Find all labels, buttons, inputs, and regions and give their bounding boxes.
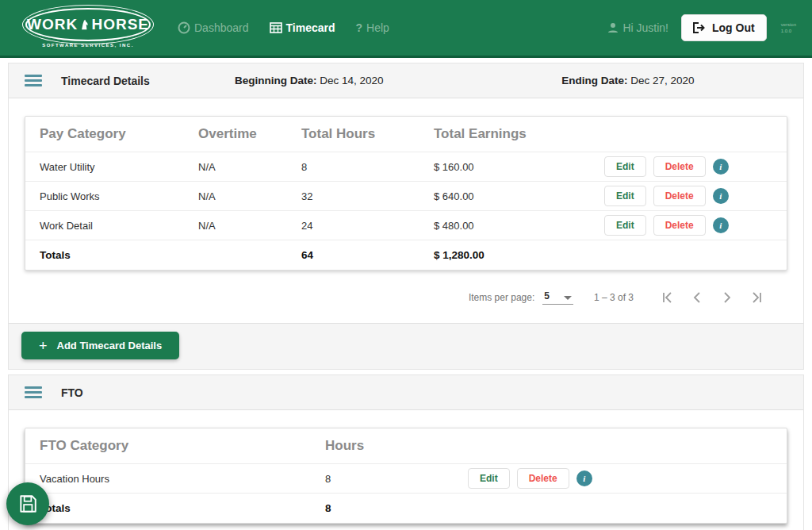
edit-button[interactable]: Edit [604,186,646,206]
page-root: WORK HORSE SOFTWARE SERVICES, INC. Dashb… [0,0,812,530]
items-per-page-select[interactable]: 5 [542,290,573,305]
delete-button[interactable]: Delete [653,156,706,177]
timecard-details-body: Pay Category Overtime Total Hours Total … [9,98,803,323]
pay-period-dates: Beginning Date: Dec 14, 2020 Ending Date… [150,75,787,86]
cell-total-earnings: $ 160.00 [434,161,604,173]
version-label: version [781,21,796,28]
fto-table: FTO Category Hours Vacation Hours 8 Edit… [25,428,787,524]
totals-row: Totals 64 $ 1,280.00 [25,240,787,270]
cell-overtime: N/A [198,190,301,202]
edit-button[interactable]: Edit [468,468,510,489]
table-row: Work Detail N/A 24 $ 480.00 Edit Delete … [25,210,787,240]
logout-label: Log Out [712,21,755,34]
cell-hours: 8 [325,473,468,485]
fto-section: FTO FTO Category Hours Vacation Hours 8 … [8,374,804,530]
info-icon[interactable]: i [713,188,729,204]
timecard-grid-icon [270,22,282,33]
ending-date-label: Ending Date: [561,75,627,86]
totals-label: Totals [40,502,325,514]
row-actions: Edit Delete i [468,468,772,489]
delete-button[interactable]: Delete [653,186,706,206]
add-timecard-details-button[interactable]: + Add Timecard Details [21,332,179,359]
beginning-date-value: Dec 14, 2020 [317,75,384,86]
logo-word-2: HORSE [91,16,149,33]
totals-hours: 8 [325,502,468,514]
info-icon[interactable]: i [713,217,729,233]
col-pay-category: Pay Category [40,126,198,142]
cell-total-hours: 8 [301,161,434,173]
info-icon[interactable]: i [576,470,592,486]
nav-dashboard[interactable]: Dashboard [178,21,249,34]
chevron-down-icon [564,296,572,300]
hamburger-menu-icon[interactable] [25,384,42,401]
fto-table-header-row: FTO Category Hours [25,428,787,463]
next-page-button[interactable] [716,286,738,309]
nav-help[interactable]: ? Help [356,21,389,34]
totals-earnings: $ 1,280.00 [434,249,604,261]
timecard-table: Pay Category Overtime Total Hours Total … [25,116,787,271]
pagination-controls [656,286,768,309]
cell-total-hours: 24 [301,220,434,232]
prev-page-button[interactable] [686,286,708,309]
nav-help-label: Help [366,21,389,34]
cell-total-earnings: $ 640.00 [434,190,604,202]
help-icon: ? [356,21,363,34]
user-greeting: Hi Justin! [607,21,668,34]
row-actions: Edit Delete i [604,215,772,236]
last-page-button[interactable] [746,286,768,309]
logo-oval: WORK HORSE [25,8,151,41]
nav-dashboard-label: Dashboard [194,21,249,34]
chevron-right-icon [721,291,733,304]
cell-pay-category: Work Detail [40,220,198,232]
items-per-page-value: 5 [544,290,550,301]
dashboard-icon [178,21,190,34]
topbar-right: Hi Justin! Log Out version 1.0.0 [607,14,796,41]
logout-button[interactable]: Log Out [681,14,767,41]
col-total-earnings: Total Earnings [434,126,604,142]
items-per-page-label: Items per page: [469,292,534,303]
first-page-icon [661,291,673,304]
version-number: 1.0.0 [781,28,796,34]
timecard-details-footer: + Add Timecard Details [9,323,803,369]
page-range: 1 – 3 of 3 [594,292,634,303]
info-icon[interactable]: i [713,159,729,175]
beginning-date-label: Beginning Date: [235,75,317,86]
edit-button[interactable]: Edit [604,156,646,177]
col-overtime: Overtime [198,126,301,142]
cell-overtime: N/A [198,161,301,173]
timecard-details-section: Timecard Details Beginning Date: Dec 14,… [8,63,804,370]
horse-head-icon [80,17,89,33]
row-actions: Edit Delete i [604,186,772,206]
totals-hours: 64 [301,249,434,261]
save-fab-button[interactable] [6,482,49,525]
beginning-date: Beginning Date: Dec 14, 2020 [150,75,469,86]
logo-tagline: SOFTWARE SERVICES, INC. [42,43,134,48]
hamburger-menu-icon[interactable] [25,72,42,89]
plus-icon: + [39,341,48,351]
cell-pay-category: Public Works [40,190,198,202]
delete-button[interactable]: Delete [653,215,706,236]
greeting-text: Hi Justin! [622,21,668,34]
fto-body: FTO Category Hours Vacation Hours 8 Edit… [9,410,803,530]
app-header: WORK HORSE SOFTWARE SERVICES, INC. Dashb… [0,0,812,58]
fto-pagination: Items per page: 5 1 – 1 of 1 [25,524,787,530]
timecard-pagination: Items per page: 5 1 – 3 of 3 [25,271,787,315]
delete-button[interactable]: Delete [517,468,569,489]
nav-timecard[interactable]: Timecard [270,21,335,34]
add-timecard-details-label: Add Timecard Details [57,340,163,351]
fto-header: FTO [9,375,803,410]
version-badge: version 1.0.0 [781,21,796,34]
table-row: Public Works N/A 32 $ 640.00 Edit Delete… [25,181,787,210]
edit-button[interactable]: Edit [604,215,646,236]
cell-overtime: N/A [198,220,301,232]
first-page-button[interactable] [656,286,678,309]
col-hours: Hours [325,438,468,454]
totals-row: Totals 8 [25,493,787,523]
fto-title: FTO [61,386,83,399]
cell-total-earnings: $ 480.00 [434,220,604,232]
totals-label: Totals [40,249,198,261]
ending-date: Ending Date: Dec 27, 2020 [469,75,787,86]
table-row: Vacation Hours 8 Edit Delete i [25,463,787,493]
ending-date-value: Dec 27, 2020 [628,75,695,86]
person-icon [607,22,619,33]
